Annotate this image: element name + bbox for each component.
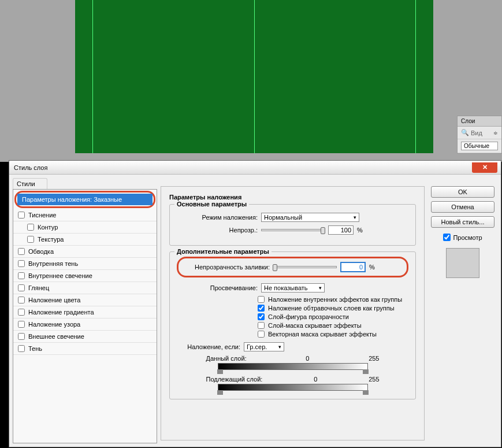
layers-panel: Слои 🔍 Вид ≑ Обычные [457, 116, 502, 154]
canvas-area [0, 0, 502, 162]
underlying-layer-gradient[interactable] [218, 384, 368, 391]
dialog-buttons: OK Отмена Новый стиль... Просмотр [428, 178, 497, 443]
cb-transparency-shapes[interactable] [258, 313, 265, 320]
fill-opacity-label: Непрозрачность заливки: [184, 264, 270, 271]
blend-mode-mini[interactable]: Обычные [461, 142, 498, 150]
style-item[interactable]: Внутреннее свечение [13, 270, 157, 282]
cb-inner-effects-label: Наложение внутренних эффектов как группы [268, 296, 402, 303]
style-checkbox[interactable] [18, 248, 25, 255]
advanced-legend: Дополнительные параметры [174, 248, 272, 255]
style-checkbox[interactable] [18, 345, 25, 352]
style-item[interactable]: Контур [13, 221, 157, 234]
style-label: Текстура [38, 236, 64, 243]
styles-list-column: Стили Параметры наложения: Заказные Тисн… [13, 178, 157, 443]
style-item[interactable]: Наложение градиента [13, 306, 157, 319]
style-checkbox[interactable] [18, 297, 25, 303]
cb-transparency-shapes-label: Слой-фигура прозрачности [268, 313, 349, 320]
style-label: Обводка [28, 248, 54, 255]
cb-layer-mask-hides-label: Слой-маска скрывает эффекты [268, 322, 362, 329]
highlight-fill-opacity: Непрозрачность заливки: % [177, 257, 408, 277]
style-item[interactable]: Тень [13, 343, 157, 355]
style-label: Контур [38, 224, 58, 231]
preview-label: Просмотр [453, 234, 482, 241]
style-label: Глянец [28, 284, 49, 291]
style-label: Внешнее свечение [28, 333, 84, 340]
cb-inner-effects[interactable] [258, 296, 265, 303]
canvas-document[interactable] [75, 0, 433, 153]
options-panel: Параметры наложения Основные параметры Р… [161, 186, 425, 440]
blend-if-label: Наложение, если: [177, 343, 240, 350]
style-label: Внутренняя тень [28, 260, 78, 267]
preview-swatch [446, 248, 479, 278]
style-item[interactable]: Наложение цвета [13, 294, 157, 306]
style-checkbox[interactable] [27, 224, 34, 231]
layers-tab[interactable]: Слои [458, 116, 501, 127]
general-blending-group: Основные параметры Режим наложения: Норм… [169, 204, 416, 246]
style-checkbox[interactable] [18, 272, 25, 279]
layer-style-dialog: Стиль слоя ✕ Стили Параметры наложения: … [9, 160, 501, 447]
cancel-button[interactable]: Отмена [431, 201, 494, 213]
this-layer-gradient[interactable] [218, 363, 368, 370]
style-checkbox[interactable] [18, 260, 25, 267]
style-checkbox[interactable] [18, 333, 25, 340]
style-checkbox[interactable] [18, 212, 25, 219]
style-item[interactable]: Наложение узора [13, 319, 157, 331]
underlying-layer-label: Подлежащий слой: [206, 376, 263, 383]
cb-layer-mask-hides[interactable] [258, 322, 265, 329]
style-label: Тиснение [28, 212, 56, 219]
style-checkbox[interactable] [18, 284, 25, 291]
dropdown-icon[interactable]: ≑ [493, 130, 498, 136]
styles-list: Параметры наложения: Заказные ТиснениеКо… [13, 189, 157, 443]
opacity-input[interactable] [328, 225, 354, 235]
style-checkbox[interactable] [18, 321, 25, 328]
advanced-blending-group: Дополнительные параметры Непрозрачность … [169, 251, 416, 399]
knockout-label: Просвечивание: [177, 284, 258, 291]
opacity-label: Непрозр.: [177, 227, 258, 234]
style-label: Внутреннее свечение [28, 272, 92, 279]
style-label: Наложение градиента [28, 309, 94, 316]
titlebar[interactable]: Стиль слоя ✕ [9, 161, 501, 175]
style-item[interactable]: Обводка [13, 246, 157, 258]
style-checkbox[interactable] [18, 309, 25, 316]
cb-clipped-layers[interactable] [258, 305, 265, 312]
style-item[interactable]: Внутренняя тень [13, 258, 157, 270]
blend-if-select[interactable]: Гр.сер. [244, 342, 284, 351]
style-checkbox[interactable] [27, 236, 34, 243]
styles-header: Стили [13, 178, 47, 189]
highlight-blending-options: Параметры наложения: Заказные [14, 191, 155, 208]
blend-mode-select[interactable]: Нормальный [261, 213, 359, 222]
opacity-slider[interactable] [261, 229, 325, 231]
search-icon: 🔍 [461, 129, 469, 136]
style-item[interactable]: Текстура [13, 234, 157, 246]
preview-checkbox[interactable] [443, 234, 451, 241]
general-legend: Основные параметры [174, 201, 249, 208]
style-item[interactable]: Внешнее свечение [13, 331, 157, 343]
layer-filter[interactable]: 🔍 Вид [461, 129, 482, 136]
style-label: Наложение узора [28, 321, 80, 328]
this-layer-label: Данный слой: [206, 355, 247, 362]
ok-button[interactable]: OK [431, 186, 494, 198]
blend-mode-label: Режим наложения: [177, 214, 258, 221]
cb-vector-mask-hides[interactable] [258, 331, 265, 338]
cb-vector-mask-hides-label: Векторная маска скрывает эффекты [268, 331, 377, 338]
close-button[interactable]: ✕ [472, 162, 497, 173]
style-label: Тень [28, 345, 42, 352]
style-label: Наложение цвета [28, 297, 80, 303]
new-style-button[interactable]: Новый стиль... [431, 216, 494, 228]
style-blending-options[interactable]: Параметры наложения: Заказные [17, 194, 153, 205]
fill-opacity-input[interactable] [340, 262, 366, 272]
style-item[interactable]: Тиснение [13, 209, 157, 221]
style-item[interactable]: Глянец [13, 282, 157, 294]
pct-label: % [357, 227, 363, 234]
fill-opacity-slider[interactable] [273, 266, 337, 268]
knockout-select[interactable]: Не показывать [261, 283, 325, 293]
cb-clipped-layers-label: Наложение обтравочных слоев как группы [268, 305, 395, 312]
dialog-title: Стиль слоя [14, 164, 472, 171]
pct-label: % [369, 264, 375, 271]
